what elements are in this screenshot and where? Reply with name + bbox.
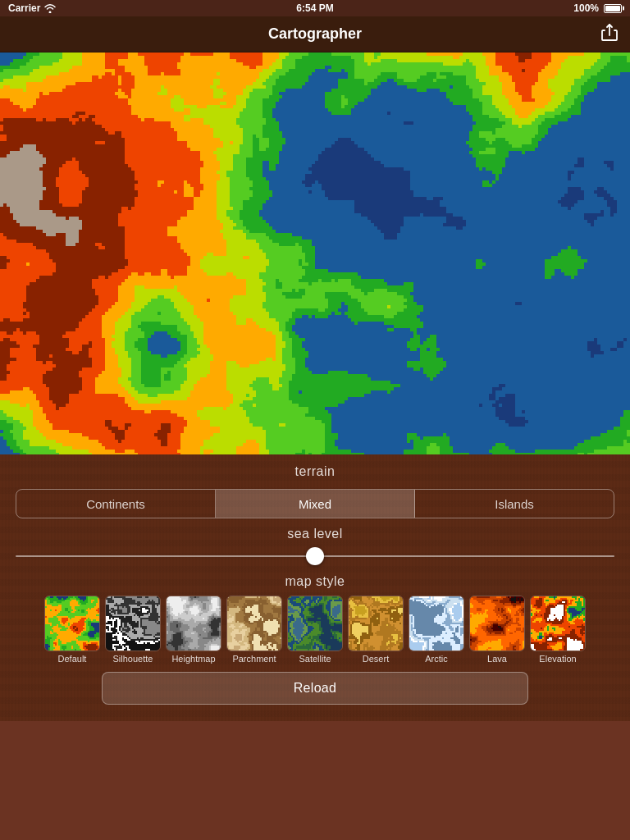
status-time: 6:54 PM	[296, 2, 333, 14]
style-item-arctic[interactable]: Arctic	[409, 596, 464, 664]
share-button[interactable]	[600, 22, 619, 46]
terrain-control: Continents Mixed Islands	[16, 489, 614, 518]
map-canvas	[0, 52, 630, 454]
slider-container[interactable]	[16, 546, 614, 566]
bottom-panel: terrain Continents Mixed Islands sea lev…	[0, 454, 630, 721]
nav-title: Cartographer	[268, 25, 362, 43]
style-label-lava: Lava	[487, 654, 507, 664]
style-item-silhouette[interactable]: Silhouette	[105, 596, 161, 664]
style-item-satellite[interactable]: Satellite	[287, 596, 343, 664]
style-item-elevation[interactable]: Elevation	[530, 596, 586, 664]
map-style-label: map style	[16, 574, 614, 589]
style-label-arctic: Arctic	[425, 654, 448, 664]
reload-button[interactable]: Reload	[102, 672, 528, 705]
carrier-label: Carrier	[8, 2, 40, 14]
battery-icon	[604, 4, 622, 13]
map-area[interactable]	[0, 52, 630, 454]
style-item-default[interactable]: Default	[44, 596, 100, 664]
style-grid: DefaultSilhouetteHeightmapParchmentSatel…	[16, 596, 614, 664]
map-style-section: map style DefaultSilhouetteHeightmapParc…	[16, 574, 614, 664]
style-item-heightmap[interactable]: Heightmap	[166, 596, 221, 664]
style-label-default: Default	[58, 654, 87, 664]
slider-thumb[interactable]	[306, 547, 324, 565]
terrain-btn-mixed[interactable]: Mixed	[216, 490, 415, 518]
style-item-parchment[interactable]: Parchment	[226, 596, 282, 664]
nav-bar: Cartographer	[0, 16, 630, 52]
terrain-btn-continents[interactable]: Continents	[16, 490, 216, 518]
wifi-icon	[43, 3, 57, 13]
style-label-heightmap: Heightmap	[171, 654, 215, 664]
style-label-desert: Desert	[363, 654, 389, 664]
style-label-parchment: Parchment	[232, 654, 276, 664]
style-label-elevation: Elevation	[539, 654, 576, 664]
style-item-lava[interactable]: Lava	[469, 596, 525, 664]
battery-percent: 100%	[573, 2, 599, 14]
sea-level-label: sea level	[16, 527, 614, 541]
status-bar: Carrier 6:54 PM 100%	[0, 0, 630, 16]
style-label-satellite: Satellite	[299, 654, 331, 664]
terrain-btn-islands[interactable]: Islands	[415, 490, 614, 518]
slider-track	[16, 555, 614, 557]
sea-level-section: sea level	[16, 527, 614, 566]
terrain-label: terrain	[295, 464, 336, 479]
style-item-desert[interactable]: Desert	[348, 596, 404, 664]
style-label-silhouette: Silhouette	[113, 654, 153, 664]
